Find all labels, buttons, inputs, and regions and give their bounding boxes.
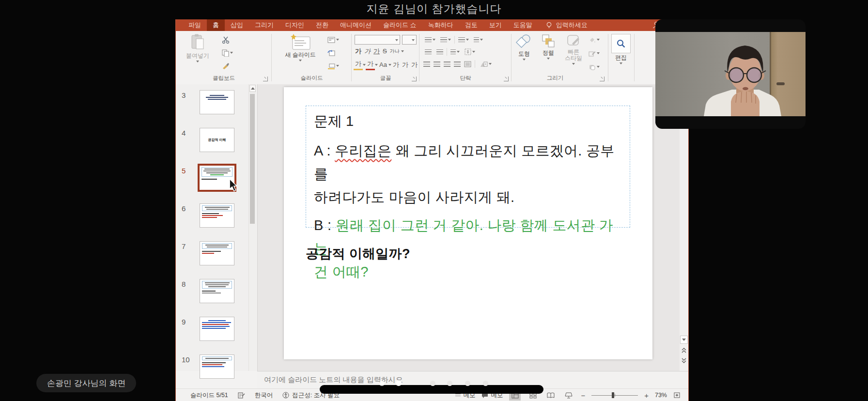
tab-insert[interactable]: 삽입 [225,19,249,31]
clipboard-dialog-launcher[interactable] [263,77,268,81]
tell-me-search[interactable]: 입력하세요 [546,19,588,31]
paste-button[interactable]: 붙여넣기 [183,34,213,62]
shape-fill-button[interactable] [587,35,601,45]
new-slide-button[interactable]: 새 슬라이드 [282,34,318,62]
slide-thumbnail-4[interactable]: 공감적 이해 [200,128,234,152]
slide-thumbnail-9[interactable] [200,317,234,341]
text-direction-button[interactable] [472,35,484,45]
slide-layout-button[interactable] [326,35,341,45]
group-slides: 새 슬라이드 [272,31,352,84]
section-button[interactable] [326,61,341,71]
previous-slide-button[interactable] [680,346,688,355]
arrange-icon [541,34,556,48]
zoom-slider-thumb[interactable] [612,392,614,398]
slide-thumbnail-8[interactable] [200,279,234,303]
tab-file[interactable]: 파일 [183,19,207,31]
slide-thumbnail-6[interactable] [200,203,234,228]
fit-to-window-icon[interactable] [673,392,681,399]
editing-button[interactable]: 편집 [608,34,634,64]
font-dialog-launcher[interactable] [412,77,417,81]
align-center-button[interactable] [434,62,440,67]
columns-button[interactable] [449,47,461,57]
strikethrough-button[interactable]: S [381,46,388,56]
participant-dot [396,380,402,386]
font-size-combo[interactable] [402,35,417,45]
smartart-convert-button[interactable] [479,59,493,69]
scroll-down-button[interactable] [680,336,688,344]
tab-home[interactable]: 홈 [207,19,225,31]
arrange-button[interactable]: 정렬 [537,34,560,60]
language-indicator[interactable]: 한국어 [255,391,273,400]
align-left-button[interactable] [423,62,430,67]
change-case-button[interactable]: Aa [378,60,388,70]
tab-transitions[interactable]: 전환 [310,19,334,31]
quick-styles-button[interactable]: 빠른 스타일 [561,34,586,65]
clear-formatting-button[interactable]: 가 [410,60,419,70]
thumbnail-scroll-thumb[interactable] [250,94,255,224]
zoom-slider[interactable] [591,392,638,398]
format-painter-button[interactable] [220,61,234,71]
drawing-dialog-launcher[interactable] [600,77,604,81]
tab-draw[interactable]: 그리기 [249,19,279,31]
reset-slide-button[interactable] [326,48,341,58]
participant-dot [379,381,385,386]
numbering-button[interactable] [439,35,452,45]
slide-text-box[interactable]: 문제 1 A : 우리집은 왜 그리 시끄러운지 모르겠어. 공부를 하려다가도… [306,106,630,228]
slide-thumbnail-7[interactable] [200,241,234,265]
tab-animations[interactable]: 애니메이션 [334,19,377,31]
tab-record[interactable]: 녹화하다 [422,19,459,31]
spell-check-icon[interactable] [238,392,245,399]
character-spacing-button[interactable]: 가나 [388,46,401,56]
zoom-level[interactable]: 73% [655,392,667,399]
slide-line-a: A : 우리집은 왜 그리 시끄러운지 모르겠어. 공부를 하려다가도 마음이 … [314,139,622,209]
meeting-controls-bar[interactable] [320,385,543,394]
bullets-button[interactable] [423,35,437,45]
thumbnail-scroll-up-button[interactable] [249,85,256,92]
thumb-slide4-title: 공감적 이해 [200,138,234,142]
slide-canvas[interactable]: 문제 1 A : 우리집은 왜 그리 시끄러운지 모르겠어. 공부를 하려다가도… [284,87,652,359]
thumb-number: 4 [182,129,186,137]
align-right-button[interactable] [444,62,450,67]
decrease-indent-button[interactable] [423,47,433,57]
reading-view-button[interactable] [545,390,557,401]
tab-review[interactable]: 검토 [459,19,483,31]
slide-indicator[interactable]: 슬라이드 5/51 [190,391,228,400]
tab-help[interactable]: 도움말 [508,19,538,31]
increase-indent-button[interactable] [435,47,445,57]
webcam-video [655,32,806,116]
group-drawing: 도형 정렬 빠른 [512,31,608,84]
tab-slideshow[interactable]: 슬라이드 쇼 [377,19,422,31]
line-spacing-button[interactable] [457,35,470,45]
text-highlight-button[interactable]: 가 [354,59,363,70]
new-slide-caret-icon [299,60,302,62]
shape-effects-button[interactable] [587,62,601,72]
font-name-combo[interactable] [355,35,400,45]
bold-button[interactable]: 가 [354,46,363,56]
font-color-button[interactable]: 가 [366,59,375,70]
pencil-square-icon [589,50,596,57]
columns-distribute-button[interactable] [464,61,471,67]
grow-font-button[interactable]: 가 [391,60,401,70]
next-slide-button[interactable] [680,356,688,365]
zoom-out-button[interactable]: − [581,391,585,400]
slide-thumbnail-10[interactable] [200,355,234,379]
slideshow-view-button[interactable] [563,390,574,401]
presenter-webcam[interactable] [655,19,806,129]
copy-button[interactable] [220,48,234,58]
shape-outline-button[interactable] [587,48,601,58]
shrink-font-button[interactable]: 가 [401,60,410,70]
slide-thumbnail-3[interactable] [200,90,234,114]
paragraph-dialog-launcher[interactable] [504,77,509,81]
tab-design[interactable]: 디자인 [279,19,310,31]
justify-button[interactable] [454,62,461,67]
underline-button[interactable]: 가 [372,46,381,56]
tab-view[interactable]: 보기 [483,19,508,31]
cut-button[interactable] [220,35,234,45]
thumb-number: 9 [182,318,186,326]
paragraph-group-label: 단락 [419,75,512,82]
align-text-button[interactable] [463,47,477,57]
shapes-button[interactable]: 도형 [512,34,536,61]
zoom-in-button[interactable]: + [644,391,649,400]
italic-button[interactable]: 가 [363,46,372,56]
thumbnail-scrollbar[interactable] [248,84,256,371]
